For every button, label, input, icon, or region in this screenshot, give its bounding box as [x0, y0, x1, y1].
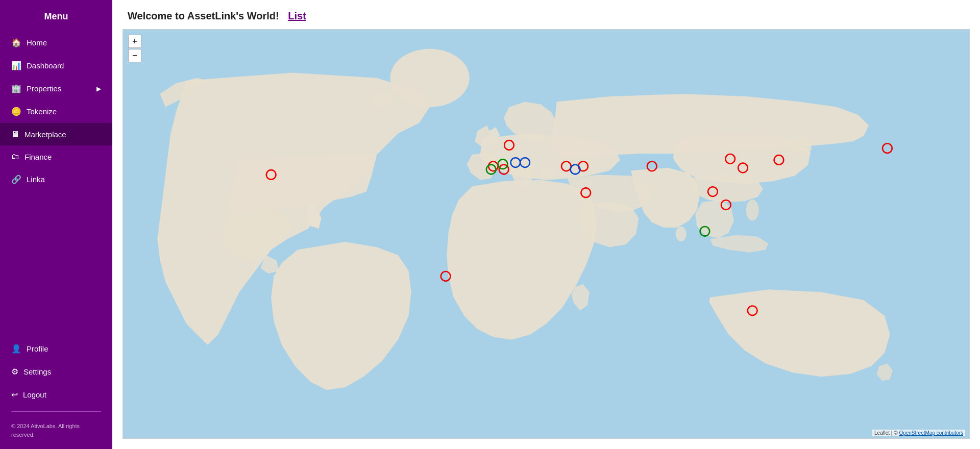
sidebar-item-settings[interactable]: ⚙ Settings — [0, 360, 112, 383]
marketplace-icon: 🖥 — [11, 130, 19, 139]
zoom-in-button[interactable]: + — [128, 35, 141, 48]
sidebar-item-marketplace[interactable]: 🖥 Marketplace — [0, 123, 112, 145]
osm-link[interactable]: OpenStreetMap contributors — [899, 430, 963, 436]
sidebar-nav: 🏠 Home 📊 Dashboard 🏢 Properties ▶ 🪙 Toke… — [0, 31, 112, 191]
page-title: Welcome to AssetLink's World! — [128, 10, 279, 22]
sidebar-bottom: 👤 Profile ⚙ Settings ↩ Logout © 2024 Ati… — [0, 337, 112, 449]
logout-icon: ↩ — [11, 390, 18, 400]
list-link[interactable]: List — [288, 10, 306, 22]
sidebar-item-label: Finance — [24, 153, 52, 161]
settings-icon: ⚙ — [11, 367, 18, 377]
page-header: Welcome to AssetLink's World! List — [112, 0, 980, 29]
sidebar-item-label: Profile — [27, 344, 48, 353]
sidebar-item-label: Linka — [27, 175, 45, 184]
sidebar-item-profile[interactable]: 👤 Profile — [0, 337, 112, 360]
sidebar-item-label: Dashboard — [27, 61, 64, 70]
profile-icon: 👤 — [11, 344, 21, 354]
sidebar-item-home[interactable]: 🏠 Home — [0, 31, 112, 54]
home-icon: 🏠 — [11, 38, 21, 47]
chevron-right-icon: ▶ — [96, 85, 101, 92]
leaflet-credit: Leaflet — [874, 430, 890, 436]
map-container: + − — [122, 29, 970, 439]
sidebar: Menu 🏠 Home 📊 Dashboard 🏢 Properties ▶ 🪙… — [0, 0, 112, 449]
sidebar-item-label: Logout — [23, 390, 46, 399]
world-map — [123, 30, 969, 438]
sidebar-item-label: Marketplace — [24, 130, 66, 139]
svg-point-3 — [676, 227, 687, 241]
sidebar-item-properties[interactable]: 🏢 Properties ▶ — [0, 77, 112, 100]
main-content: Welcome to AssetLink's World! List + − — [112, 0, 980, 449]
svg-point-4 — [746, 199, 759, 220]
sidebar-footer: © 2024 AtivoLabs. All rights reserved. — [0, 417, 112, 444]
sidebar-item-label: Tokenize — [27, 107, 57, 116]
sidebar-item-linka[interactable]: 🔗 Linka — [0, 168, 112, 191]
map-attribution: Leaflet | © OpenStreetMap contributors — [872, 430, 965, 436]
sidebar-item-label: Settings — [23, 367, 51, 376]
linka-icon: 🔗 — [11, 174, 21, 184]
dashboard-icon: 📊 — [11, 61, 21, 70]
sidebar-item-dashboard[interactable]: 📊 Dashboard — [0, 54, 112, 77]
sidebar-divider — [11, 411, 101, 412]
finance-icon: 🗂 — [11, 152, 19, 161]
sidebar-item-label: Home — [27, 38, 47, 47]
zoom-out-button[interactable]: − — [128, 49, 141, 62]
sidebar-title: Menu — [0, 0, 112, 31]
sidebar-item-tokenize[interactable]: 🪙 Tokenize — [0, 100, 112, 123]
sidebar-item-finance[interactable]: 🗂 Finance — [0, 145, 112, 168]
sidebar-item-label: Properties — [27, 84, 61, 93]
properties-icon: 🏢 — [11, 84, 21, 93]
attribution-separator: | © — [891, 430, 899, 436]
zoom-controls: + − — [128, 35, 141, 62]
sidebar-item-logout[interactable]: ↩ Logout — [0, 383, 112, 406]
tokenize-icon: 🪙 — [11, 107, 21, 116]
